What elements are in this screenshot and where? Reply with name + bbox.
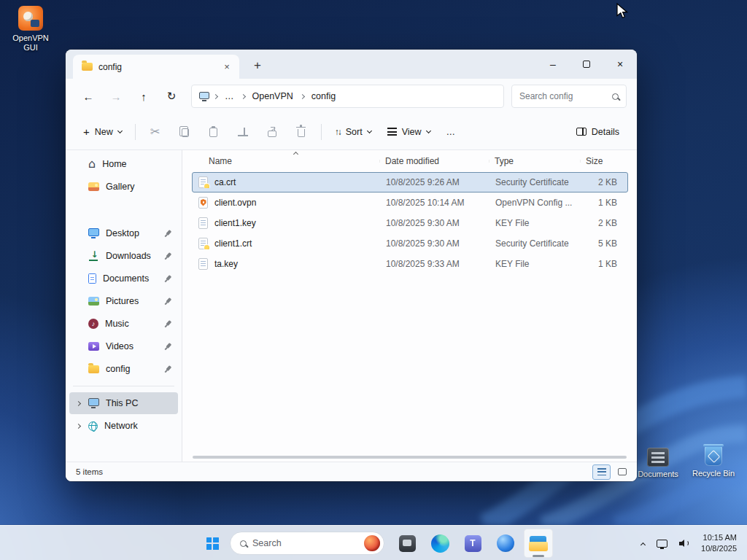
videos-icon: [88, 342, 99, 351]
tab-config[interactable]: config ×: [73, 55, 239, 79]
details-view-toggle[interactable]: [592, 464, 611, 480]
sidebar-item-desktop[interactable]: Desktop: [69, 222, 178, 244]
taskbar-app-edge[interactable]: [425, 529, 454, 558]
horizontal-scrollbar[interactable]: [182, 453, 637, 462]
column-header-name[interactable]: Name: [192, 156, 379, 166]
scrollbar-thumb[interactable]: [193, 456, 627, 459]
copy-icon: [182, 128, 189, 137]
navigation-pane: ⌂ Home Gallery Desktop ↓ Downloads Docum…: [66, 150, 182, 462]
chevron-right-icon: [240, 93, 245, 98]
taskbar-search[interactable]: [230, 532, 384, 555]
toolbar-divider: [321, 124, 322, 140]
file-name: client.ovpn: [214, 198, 256, 208]
sidebar-item-gallery[interactable]: Gallery: [69, 176, 178, 198]
view-button[interactable]: View: [380, 120, 438, 144]
chevron-right-icon: [213, 93, 218, 98]
back-button[interactable]: ←: [76, 85, 101, 108]
column-header-date[interactable]: Date modified: [379, 156, 489, 166]
new-tab-button[interactable]: +: [247, 55, 268, 76]
rename-button[interactable]: [229, 120, 257, 144]
search-box[interactable]: [511, 85, 627, 108]
taskbar-app-snipping[interactable]: [392, 529, 422, 558]
file-row[interactable]: ca.crt 10/8/2025 9:26 AM Security Certif…: [192, 172, 628, 192]
pictures-icon: [88, 297, 99, 306]
sidebar-item-documents[interactable]: Documents: [69, 268, 178, 289]
address-bar[interactable]: … OpenVPN config: [191, 85, 504, 108]
large-icons-view-toggle[interactable]: [613, 464, 631, 480]
share-button[interactable]: [258, 120, 286, 144]
home-icon: ⌂: [88, 158, 96, 170]
cut-button[interactable]: ✂: [142, 120, 169, 144]
copy-button[interactable]: [171, 120, 198, 144]
taskbar-app-teams[interactable]: T: [458, 529, 487, 558]
edge-browser-icon: [431, 534, 449, 553]
this-pc-icon: [88, 398, 99, 406]
taskbar-clock[interactable]: 10:15 AM 10/8/2025: [697, 532, 743, 555]
folder-icon: [82, 63, 93, 71]
music-icon: ♪: [88, 319, 98, 329]
new-button[interactable]: + New: [76, 120, 129, 144]
taskbar-app-copilot[interactable]: [491, 529, 520, 558]
tab-close-icon[interactable]: ×: [219, 59, 235, 75]
volume-tray-button[interactable]: [674, 529, 695, 558]
file-row[interactable]: ta.key 10/8/2025 9:33 AM KEY File 1 KB: [192, 254, 628, 274]
blue-sphere-app-icon: [497, 534, 514, 552]
sidebar-item-config[interactable]: config: [69, 358, 178, 380]
show-hidden-icons-button[interactable]: [636, 529, 650, 558]
file-size: 1 KB: [581, 198, 627, 208]
file-row[interactable]: client.ovpn 10/8/2025 10:14 AM OpenVPN C…: [192, 192, 628, 213]
more-options-button[interactable]: …: [439, 120, 463, 144]
desktop-icon-label: Recycle Bin: [687, 469, 740, 478]
file-name: client1.key: [214, 218, 256, 228]
search-input[interactable]: [519, 91, 608, 101]
pin-icon: [161, 272, 174, 285]
expand-chevron-icon[interactable]: [76, 423, 81, 428]
taskbar-app-file-explorer[interactable]: [524, 529, 553, 558]
sort-button[interactable]: ↑↓ Sort: [328, 120, 379, 144]
file-type: OpenVPN Config ...: [489, 198, 581, 208]
minimize-button[interactable]: –: [536, 50, 570, 79]
forward-button[interactable]: →: [104, 85, 128, 108]
large-icons-view-icon: [618, 468, 627, 475]
desktop-icon-documents[interactable]: Documents: [632, 448, 684, 479]
desktop-icon-openvpn[interactable]: OpenVPN GUI: [4, 6, 57, 52]
column-header-size[interactable]: Size: [580, 156, 628, 166]
breadcrumb-openvpn[interactable]: OpenVPN: [249, 90, 296, 103]
sidebar-item-music[interactable]: ♪ Music: [69, 313, 178, 335]
file-row[interactable]: client1.crt 10/8/2025 9:30 AM Security C…: [192, 233, 628, 254]
dark-app-icon: [399, 535, 416, 552]
file-row[interactable]: client1.key 10/8/2025 9:30 AM KEY File 2…: [192, 213, 628, 233]
details-pane-button[interactable]: Details: [569, 120, 627, 144]
file-date: 10/8/2025 9:26 AM: [380, 177, 489, 187]
start-button[interactable]: [198, 529, 226, 558]
delete-button[interactable]: [287, 120, 315, 144]
desktop-icon-recycle-bin[interactable]: Recycle Bin: [687, 446, 740, 478]
paste-button[interactable]: [200, 120, 228, 144]
sidebar-item-network[interactable]: Network: [69, 415, 178, 437]
sidebar-item-this-pc[interactable]: This PC: [69, 392, 178, 414]
sidebar-item-label: Documents: [103, 273, 149, 284]
teams-icon: T: [465, 535, 481, 552]
sidebar-item-home[interactable]: ⌂ Home: [69, 153, 178, 175]
close-button[interactable]: ×: [603, 50, 637, 79]
breadcrumb-ellipsis[interactable]: …: [222, 90, 237, 103]
file-date: 10/8/2025 9:33 AM: [380, 259, 489, 269]
sidebar-item-pictures[interactable]: Pictures: [69, 290, 178, 312]
breadcrumb-config[interactable]: config: [309, 90, 338, 103]
up-button[interactable]: ↑: [131, 85, 156, 108]
sidebar-item-label: Videos: [106, 341, 133, 351]
refresh-button[interactable]: ↻: [159, 85, 184, 108]
maximize-button[interactable]: [570, 50, 603, 79]
sidebar-item-downloads[interactable]: ↓ Downloads: [69, 245, 178, 267]
new-button-label: New: [95, 127, 113, 137]
documents-folder-icon: [647, 448, 669, 467]
sort-button-label: Sort: [346, 127, 363, 137]
network-tray-button[interactable]: [651, 529, 673, 558]
sidebar-item-videos[interactable]: Videos: [69, 335, 178, 357]
taskbar-search-input[interactable]: [252, 538, 358, 548]
network-icon: [88, 421, 98, 431]
expand-chevron-icon[interactable]: [76, 400, 81, 405]
file-explorer-icon: [529, 536, 548, 551]
sidebar-item-label: Pictures: [106, 296, 139, 306]
column-header-type[interactable]: Type: [489, 156, 580, 166]
